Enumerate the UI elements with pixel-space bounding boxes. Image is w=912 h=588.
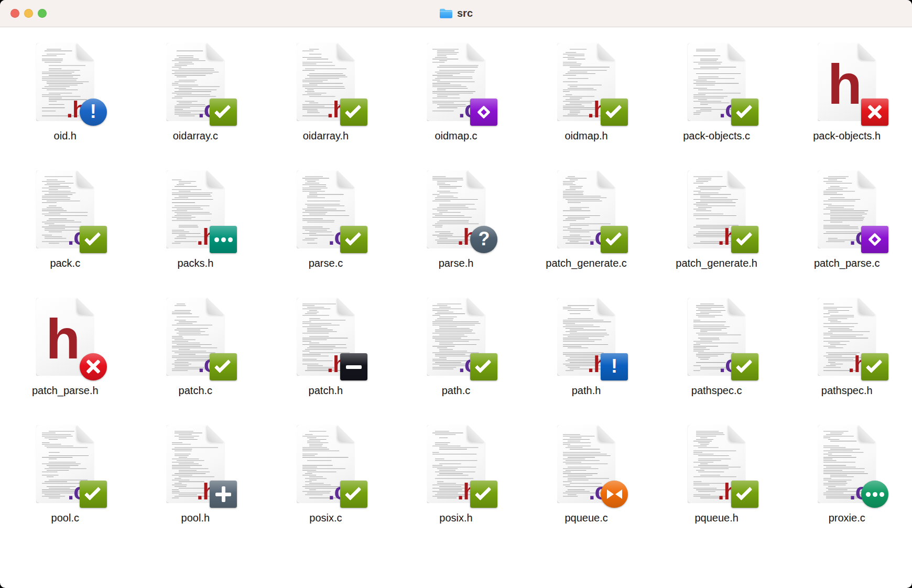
traffic-lights xyxy=(0,9,47,18)
file-item[interactable]: .c proxie.c xyxy=(781,425,912,552)
titlebar: src xyxy=(0,0,912,27)
file-name: patch.h xyxy=(309,385,343,397)
file-item[interactable]: .h pqueue.h xyxy=(652,425,782,552)
check-status-badge xyxy=(340,99,367,126)
page-fold-corner xyxy=(77,170,94,188)
check-status-badge xyxy=(470,481,497,508)
file-item[interactable]: h pack-objects.h xyxy=(781,43,912,170)
file-item[interactable]: .c patch_parse.c xyxy=(781,170,912,298)
finder-window: src .h ! oid.h .c oidarray.c .h oidarray… xyxy=(0,0,912,588)
check-status-badge xyxy=(210,353,237,380)
check-status-badge xyxy=(80,481,107,508)
page-fold-corner xyxy=(598,170,615,188)
page-fold-corner xyxy=(207,170,224,188)
page-fold-corner xyxy=(77,298,94,315)
file-name: oidarray.c xyxy=(173,130,218,142)
file-item[interactable]: .h oidmap.h xyxy=(521,43,652,170)
document-icon: .c xyxy=(688,43,746,121)
check-status-badge xyxy=(470,353,497,380)
page-fold-corner xyxy=(859,43,876,60)
file-item[interactable]: .c patch.c xyxy=(131,298,261,425)
file-name: pathspec.h xyxy=(821,385,873,397)
document-icon: .c xyxy=(297,170,355,248)
page-fold-corner xyxy=(207,298,224,315)
page-fold-corner xyxy=(598,43,615,60)
file-item[interactable]: .h oidarray.h xyxy=(260,43,391,170)
document-icon: .c xyxy=(557,170,615,248)
minimize-button[interactable] xyxy=(24,9,33,18)
document-icon: .h xyxy=(297,43,355,121)
file-item[interactable]: .c pack-objects.c xyxy=(652,43,782,170)
document-icon: .h ! xyxy=(36,43,94,121)
document-icon: .h ? xyxy=(427,170,485,248)
file-name: patch_generate.h xyxy=(676,257,757,269)
file-name: proxie.c xyxy=(829,512,865,524)
document-icon: .h xyxy=(688,170,746,248)
document-icon: .h xyxy=(557,43,615,121)
file-item[interactable]: .c oidmap.c xyxy=(391,43,522,170)
check-status-badge xyxy=(340,226,367,253)
file-item[interactable]: .h posix.h xyxy=(391,425,522,552)
file-item[interactable]: .c pqueue.c xyxy=(521,425,652,552)
document-icon: h xyxy=(818,43,876,121)
document-icon: .c xyxy=(557,425,615,503)
plus-status-badge xyxy=(210,481,237,508)
folder-icon xyxy=(439,8,453,19)
document-icon: .h xyxy=(166,425,224,503)
file-item[interactable]: .c pool.c xyxy=(0,425,131,552)
document-icon: .c xyxy=(166,298,224,376)
page-fold-corner xyxy=(598,425,615,442)
diamond-status-badge xyxy=(861,226,888,253)
check-status-badge xyxy=(731,353,758,380)
file-item[interactable]: .c pack.c xyxy=(0,170,131,298)
file-name: pack-objects.c xyxy=(683,130,750,142)
file-item[interactable]: h patch_parse.h xyxy=(0,298,131,425)
file-name: oidarray.h xyxy=(303,130,349,142)
file-item[interactable]: .c patch_generate.c xyxy=(521,170,652,298)
file-item[interactable]: .c parse.c xyxy=(260,170,391,298)
file-item[interactable]: .h ! path.h xyxy=(521,298,652,425)
file-name: patch_parse.c xyxy=(814,257,880,269)
merge-status-badge xyxy=(601,481,628,508)
file-item[interactable]: .h ! oid.h xyxy=(0,43,131,170)
title-area: src xyxy=(0,7,912,19)
page-fold-corner xyxy=(338,170,355,188)
check-status-badge xyxy=(861,353,888,380)
file-item[interactable]: .h pool.h xyxy=(131,425,261,552)
page-fold-corner xyxy=(859,170,876,188)
check-status-badge xyxy=(601,226,628,253)
file-item[interactable]: .c posix.c xyxy=(260,425,391,552)
file-name: pqueue.h xyxy=(694,512,738,524)
dots-status-badge xyxy=(210,226,237,253)
document-icon: .c xyxy=(36,425,94,503)
file-name: patch_generate.c xyxy=(546,257,627,269)
file-item[interactable]: .h patch.h xyxy=(260,298,391,425)
page-fold-corner xyxy=(859,425,876,442)
page-fold-corner xyxy=(77,43,94,60)
file-item[interactable]: .h packs.h xyxy=(131,170,261,298)
check-status-badge xyxy=(731,99,758,126)
file-name: posix.h xyxy=(439,512,472,524)
page-fold-corner xyxy=(729,425,746,442)
page-fold-corner xyxy=(468,43,485,60)
file-item[interactable]: .c oidarray.c xyxy=(131,43,261,170)
file-item[interactable]: .c path.c xyxy=(391,298,522,425)
page-fold-corner xyxy=(207,43,224,60)
file-item[interactable]: .h pathspec.h xyxy=(781,298,912,425)
dots-status-badge xyxy=(861,481,888,508)
file-grid: .h ! oid.h .c oidarray.c .h oidarray.h .… xyxy=(0,27,912,552)
window-title: src xyxy=(457,7,473,19)
check-status-badge xyxy=(731,481,758,508)
zoom-button[interactable] xyxy=(38,9,47,18)
close-button[interactable] xyxy=(10,9,19,18)
document-icon: .c xyxy=(688,298,746,376)
document-icon: .c xyxy=(427,43,485,121)
page-fold-corner xyxy=(729,298,746,315)
file-name: oidmap.c xyxy=(435,130,477,142)
file-item[interactable]: .c pathspec.c xyxy=(652,298,782,425)
page-fold-corner xyxy=(338,43,355,60)
file-name: path.h xyxy=(572,385,601,397)
file-item[interactable]: .h ? parse.h xyxy=(391,170,522,298)
check-status-badge xyxy=(80,226,107,253)
file-item[interactable]: .h patch_generate.h xyxy=(652,170,782,298)
